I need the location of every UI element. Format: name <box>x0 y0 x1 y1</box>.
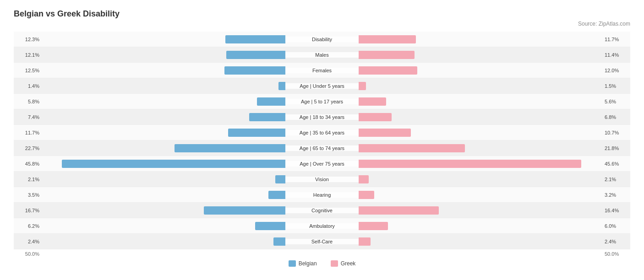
right-value: 6.0% <box>603 223 630 229</box>
left-bar-wrap <box>41 144 285 152</box>
row-label: Hearing <box>285 192 359 198</box>
right-bar <box>359 35 416 43</box>
right-bar-wrap <box>359 113 603 121</box>
right-bar-wrap <box>359 175 603 183</box>
row-label: Ambulatory <box>285 223 359 229</box>
left-bar-wrap <box>41 222 285 230</box>
chart-row: 12.1% Males 11.4% <box>14 47 630 63</box>
chart-row: 12.5% Females 12.0% <box>14 63 630 78</box>
right-value: 11.4% <box>603 52 630 58</box>
right-bar <box>359 237 371 246</box>
right-bar-wrap <box>359 66 603 75</box>
row-label: Females <box>285 68 359 73</box>
row-label: Self-Care <box>285 239 359 244</box>
right-bar-wrap <box>359 191 603 199</box>
left-value: 2.1% <box>14 177 41 182</box>
left-value: 12.5% <box>14 68 41 73</box>
chart-row: 6.2% Ambulatory 6.0% <box>14 218 630 234</box>
chart-row: 5.8% Age | 5 to 17 years 5.6% <box>14 94 630 109</box>
chart-row: 12.3% Disability 11.7% <box>14 32 630 47</box>
left-bar <box>224 66 285 75</box>
left-bar <box>278 82 285 90</box>
right-bar <box>359 129 411 137</box>
chart-row: 7.4% Age | 18 to 34 years 6.8% <box>14 109 630 125</box>
chart-row: 2.4% Self-Care 2.4% <box>14 234 630 249</box>
right-value: 1.5% <box>603 83 630 89</box>
legend: Belgian Greek <box>14 260 630 267</box>
left-bar <box>249 113 285 121</box>
row-label: Age | Over 75 years <box>285 161 359 167</box>
left-bar-wrap <box>41 97 285 106</box>
right-value: 11.7% <box>603 37 630 42</box>
left-bar <box>226 51 285 59</box>
left-bar <box>257 97 285 106</box>
row-label: Age | 65 to 74 years <box>285 145 359 151</box>
legend-greek: Greek <box>331 260 356 267</box>
chart-row: 3.5% Hearing 3.2% <box>14 187 630 203</box>
right-value: 12.0% <box>603 68 630 73</box>
left-value: 1.4% <box>14 83 41 89</box>
row-label: Age | 18 to 34 years <box>285 114 359 120</box>
right-value: 5.6% <box>603 99 630 104</box>
right-bar-wrap <box>359 82 603 90</box>
left-bar-wrap <box>41 191 285 199</box>
axis-left-label: 50.0% <box>14 251 41 257</box>
right-bar-wrap <box>359 160 603 168</box>
right-bar-wrap <box>359 97 603 106</box>
left-value: 6.2% <box>14 223 41 229</box>
legend-greek-box <box>331 260 338 267</box>
left-value: 16.7% <box>14 208 41 213</box>
chart-row: 11.7% Age | 35 to 64 years 10.7% <box>14 125 630 140</box>
row-label: Cognitive <box>285 208 359 213</box>
right-bar-wrap <box>359 237 603 246</box>
chart-row: 45.8% Age | Over 75 years 45.6% <box>14 156 630 172</box>
left-value: 5.8% <box>14 99 41 104</box>
left-bar-wrap <box>41 82 285 90</box>
right-value: 2.1% <box>603 177 630 182</box>
left-value: 3.5% <box>14 192 41 198</box>
left-bar-wrap <box>41 113 285 121</box>
right-bar-wrap <box>359 35 603 43</box>
right-bar <box>359 222 388 230</box>
right-bar <box>359 160 581 168</box>
left-bar <box>225 35 285 43</box>
row-label: Disability <box>285 37 359 42</box>
left-bar <box>62 160 285 168</box>
left-bar-wrap <box>41 51 285 59</box>
left-bar-wrap <box>41 66 285 75</box>
right-value: 10.7% <box>603 130 630 135</box>
right-bar-wrap <box>359 129 603 137</box>
left-bar-wrap <box>41 35 285 43</box>
chart-row: 2.1% Vision 2.1% <box>14 172 630 187</box>
right-bar-wrap <box>359 222 603 230</box>
legend-belgian: Belgian <box>289 260 317 267</box>
left-bar <box>275 175 285 183</box>
right-bar <box>359 66 417 75</box>
axis-row: 50.0% 50.0% <box>14 251 630 257</box>
left-bar <box>268 191 285 199</box>
chart-row: 16.7% Cognitive 16.4% <box>14 203 630 218</box>
left-bar-wrap <box>41 160 285 168</box>
right-value: 2.4% <box>603 239 630 244</box>
right-bar <box>359 144 465 152</box>
row-label: Age | 35 to 64 years <box>285 130 359 135</box>
right-bar <box>359 175 369 183</box>
right-bar-wrap <box>359 51 603 59</box>
left-bar <box>204 206 285 215</box>
right-bar <box>359 206 439 215</box>
right-bar <box>359 82 366 90</box>
left-value: 11.7% <box>14 130 41 135</box>
row-label: Age | 5 to 17 years <box>285 99 359 104</box>
row-label: Males <box>285 52 359 58</box>
chart-area: 12.3% Disability 11.7% 12.1% Males 11.4%… <box>14 32 630 249</box>
legend-belgian-box <box>289 260 296 267</box>
left-bar-wrap <box>41 175 285 183</box>
left-value: 22.7% <box>14 145 41 151</box>
row-label: Vision <box>285 177 359 182</box>
right-value: 16.4% <box>603 208 630 213</box>
left-value: 12.3% <box>14 37 41 42</box>
row-label: Age | Under 5 years <box>285 83 359 89</box>
left-bar <box>255 222 285 230</box>
left-bar <box>175 144 285 152</box>
right-bar-wrap <box>359 144 603 152</box>
